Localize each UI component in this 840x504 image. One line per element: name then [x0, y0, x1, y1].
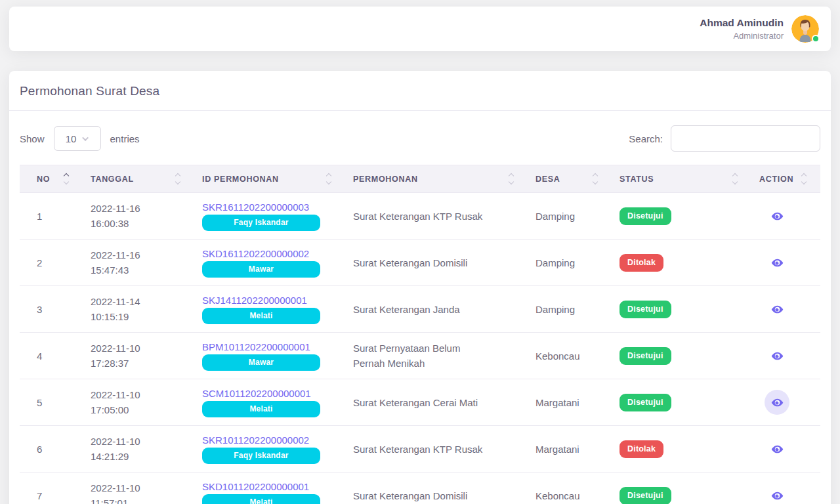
- column-label: PERMOHONAN: [353, 175, 418, 184]
- view-action-button[interactable]: [765, 297, 789, 322]
- search-input[interactable]: [671, 125, 820, 152]
- sort-icons: [176, 174, 180, 184]
- status-badge: Ditolak: [620, 254, 663, 272]
- applicant-badge: Faqy Iskandar: [202, 215, 320, 231]
- permohonan-id-link[interactable]: SKR1011202200000002: [202, 434, 309, 446]
- row-number: 3: [37, 304, 42, 315]
- view-action-button[interactable]: [765, 250, 789, 275]
- cell-permohonan: Surat Keterangan Cerai Mati: [345, 379, 528, 426]
- table-header-row: NOTANGGALID PERMOHONANPERMOHONANDESASTAT…: [20, 165, 820, 193]
- user-name: Ahmad Aminudin: [700, 16, 784, 30]
- cell-tanggal: 2022-11-10 14:21:29: [83, 426, 194, 472]
- cell-status: Disetujui: [612, 193, 751, 240]
- column-header-id-permohonan[interactable]: ID PERMOHONAN: [194, 165, 345, 193]
- row-date: 2022-11-16: [91, 247, 186, 262]
- page-title: Permohonan Surat Desa: [20, 84, 820, 98]
- column-header-permohonan[interactable]: PERMOHONAN: [345, 165, 528, 193]
- permohonan-id-link[interactable]: SKD1011202200000001: [202, 481, 309, 492]
- column-header-action[interactable]: ACTION: [751, 165, 820, 193]
- cell-desa: Damping: [528, 286, 612, 333]
- row-number: 4: [37, 350, 42, 362]
- cell-id-permohonan: SKJ1411202200000001 Melati: [194, 286, 345, 333]
- desa-label: Margatani: [536, 397, 579, 408]
- cell-desa: Keboncau: [528, 333, 612, 379]
- row-date: 2022-11-16: [91, 201, 186, 216]
- row-date: 2022-11-10: [91, 480, 186, 495]
- cell-action: [751, 286, 820, 333]
- view-action-button[interactable]: [765, 483, 789, 504]
- chevron-down-icon: [83, 135, 89, 141]
- table-row: 2 2022-11-16 15:47:43 SKD161120220000000…: [20, 240, 820, 286]
- sort-icons: [327, 174, 331, 184]
- permohonan-label: Surat Keterangan Janda: [353, 302, 460, 317]
- desa-label: Keboncau: [536, 490, 580, 501]
- column-header-status[interactable]: STATUS: [612, 165, 751, 193]
- show-label: Show: [20, 133, 45, 144]
- cell-permohonan: Surat Keterangan KTP Rusak: [345, 426, 528, 472]
- row-date: 2022-11-10: [91, 387, 186, 402]
- view-action-button[interactable]: [765, 343, 789, 368]
- column-label: NO: [37, 175, 50, 184]
- cell-status: Disetujui: [612, 379, 751, 426]
- eye-icon: [771, 350, 784, 362]
- column-label: TANGGAL: [91, 175, 134, 184]
- cell-desa: Damping: [528, 193, 612, 240]
- permohonan-id-link[interactable]: BPM1011202200000001: [202, 341, 310, 352]
- table-wrap: NOTANGGALID PERMOHONANPERMOHONANDESASTAT…: [9, 165, 831, 504]
- cell-status: Disetujui: [612, 472, 751, 504]
- status-badge: Disetujui: [620, 487, 671, 504]
- cell-no: 7: [20, 472, 83, 504]
- cell-no: 3: [20, 286, 83, 333]
- permohonan-id-link[interactable]: SCM1011202200000001: [202, 388, 311, 399]
- view-action-button[interactable]: [765, 436, 789, 461]
- cell-id-permohonan: SKR1611202200000003 Faqy Iskandar: [194, 193, 345, 240]
- desa-label: Damping: [536, 211, 575, 222]
- column-header-tanggal[interactable]: TANGGAL: [83, 165, 194, 193]
- column-header-desa[interactable]: DESA: [528, 165, 612, 193]
- cell-action: [751, 193, 820, 240]
- cell-tanggal: 2022-11-16 15:47:43: [83, 240, 194, 286]
- cell-no: 1: [20, 193, 83, 240]
- status-badge: Ditolak: [620, 440, 663, 458]
- avatar[interactable]: [791, 15, 819, 43]
- cell-action: [751, 472, 820, 504]
- sort-asc-icon: [64, 173, 69, 178]
- column-label: STATUS: [620, 175, 654, 184]
- permohonan-id-link[interactable]: SKD1611202200000002: [202, 248, 309, 259]
- permohonan-id-link[interactable]: SKR1611202200000003: [202, 201, 309, 213]
- applicant-badge: Melati: [202, 494, 320, 504]
- sort-icons: [733, 174, 737, 184]
- row-number: 5: [37, 397, 42, 408]
- view-action-button[interactable]: [765, 203, 789, 228]
- cell-desa: Keboncau: [528, 472, 612, 504]
- sort-desc-icon: [801, 179, 807, 184]
- cell-desa: Margatani: [528, 426, 612, 472]
- sort-asc-icon: [509, 173, 514, 178]
- permohonan-id-link[interactable]: SKJ1411202200000001: [202, 295, 307, 306]
- table-row: 5 2022-11-10 17:05:00 SCM101120220000000…: [20, 379, 820, 426]
- view-action-button[interactable]: [765, 390, 789, 415]
- search-control: Search:: [629, 125, 820, 152]
- permohonan-card: Permohonan Surat Desa Show 10 entries Se…: [9, 71, 831, 504]
- cell-id-permohonan: SKD1611202200000002 Mawar: [194, 240, 345, 286]
- sort-asc-icon: [175, 173, 180, 178]
- sort-desc-icon: [175, 179, 180, 184]
- cell-permohonan: Surat Keterangan KTP Rusak: [345, 193, 528, 240]
- sort-icons: [509, 174, 513, 184]
- table-row: 4 2022-11-10 17:28:37 BPM101120220000000…: [20, 333, 820, 379]
- cell-no: 6: [20, 426, 83, 472]
- card-header: Permohonan Surat Desa: [9, 71, 831, 111]
- entries-select[interactable]: 10: [54, 126, 101, 151]
- page: Ahmad Aminudin Administrator Permohonan …: [0, 0, 840, 504]
- cell-no: 5: [20, 379, 83, 426]
- row-time: 16:00:38: [91, 216, 186, 231]
- table-row: 7 2022-11-10 11:57:01 SKD101120220000000…: [20, 472, 820, 504]
- column-header-no[interactable]: NO: [20, 165, 83, 193]
- table-controls: Show 10 entries Search:: [9, 111, 831, 165]
- sort-icons: [802, 174, 806, 184]
- cell-action: [751, 240, 820, 286]
- user-role: Administrator: [700, 30, 784, 42]
- sort-desc-icon: [593, 179, 598, 184]
- cell-status: Ditolak: [612, 240, 751, 286]
- permohonan-label: Surat Keterangan KTP Rusak: [353, 442, 482, 457]
